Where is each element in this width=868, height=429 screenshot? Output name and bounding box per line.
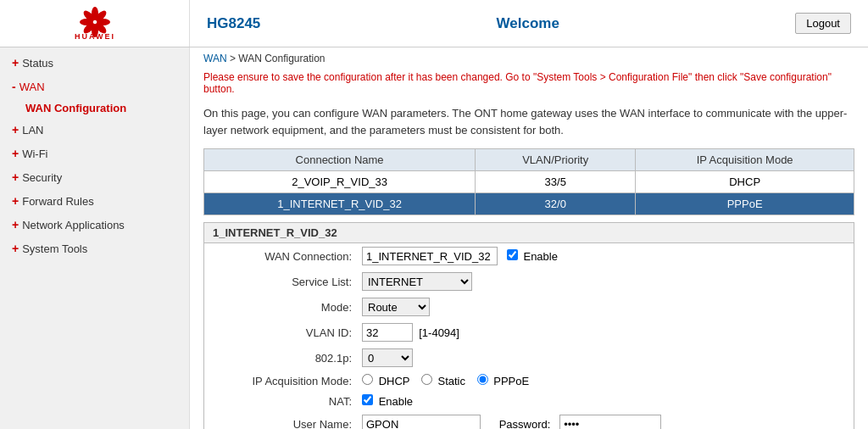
- dhcp-label: DHCP: [379, 375, 410, 387]
- dot1p-select[interactable]: 0: [362, 348, 413, 367]
- logout-button[interactable]: Logout: [795, 13, 851, 34]
- sidebar-item-label: WAN: [19, 81, 45, 93]
- vlan-id-row: VLAN ID: [1-4094]: [204, 320, 854, 345]
- sidebar-item-label: Security: [22, 171, 62, 184]
- logo-area: HUAWEI: [0, 0, 190, 47]
- static-radio[interactable]: [421, 374, 432, 385]
- vlan-id-value-cell: [1-4094]: [357, 320, 854, 345]
- collapse-icon: -: [12, 80, 16, 93]
- dhcp-radio[interactable]: [362, 374, 373, 385]
- dhcp-radio-label[interactable]: DHCP: [362, 375, 413, 387]
- config-box: 1_INTERNET_R_VID_32 WAN Connection: Enab…: [203, 222, 854, 429]
- content-area: WAN > WAN Configuration Please ensure to…: [190, 47, 868, 429]
- wan-row-voip-name: 2_VOIP_R_VID_33: [204, 171, 476, 193]
- service-list-label: Service List:: [204, 269, 357, 294]
- wan-connection-label: WAN Connection:: [204, 243, 357, 269]
- breadcrumb-wan[interactable]: WAN: [203, 53, 227, 64]
- main-layout: + Status - WAN WAN Configuration + LAN +…: [0, 47, 868, 429]
- pppoe-radio-label[interactable]: PPPoE: [477, 375, 530, 387]
- nat-enable-checkbox[interactable]: [362, 394, 373, 405]
- mode-value-cell: Route: [357, 294, 854, 320]
- dot1p-row: 802.1p: 0: [204, 345, 854, 370]
- sidebar-item-forward-rules[interactable]: + Forward Rules: [0, 189, 189, 213]
- expand-icon: +: [12, 56, 19, 70]
- wan-row-voip-mode: DHCP: [636, 171, 854, 193]
- enable-label: Enable: [523, 250, 557, 263]
- username-label: User Name:: [204, 411, 357, 429]
- col-connection-name: Connection Name: [204, 149, 476, 171]
- mode-select[interactable]: Route: [362, 298, 430, 316]
- wan-row-voip[interactable]: 2_VOIP_R_VID_33 33/5 DHCP: [204, 171, 854, 193]
- sidebar-item-label: System Tools: [22, 242, 87, 255]
- svg-text:HUAWEI: HUAWEI: [75, 32, 115, 41]
- sidebar-item-network-applications[interactable]: + Network Applications: [0, 213, 189, 237]
- wan-row-internet-mode: PPPoE: [636, 193, 854, 215]
- huawei-logo: HUAWEI: [72, 7, 118, 41]
- page-description: On this page, you can configure WAN para…: [190, 100, 868, 148]
- sidebar-item-label: Wi-Fi: [22, 148, 47, 160]
- enable-checkbox[interactable]: [507, 249, 518, 260]
- vlan-id-input[interactable]: [362, 323, 413, 342]
- ip-acq-label: IP Acquisition Mode:: [204, 370, 357, 391]
- config-form-table: WAN Connection: Enable Service List: INT…: [204, 243, 854, 429]
- sidebar-item-status[interactable]: + Status: [0, 51, 189, 75]
- sidebar-item-security[interactable]: + Security: [0, 165, 189, 189]
- service-list-select[interactable]: INTERNET: [362, 272, 472, 291]
- header-welcome: Welcome: [497, 15, 559, 32]
- sidebar-item-lan[interactable]: + LAN: [0, 118, 189, 142]
- username-value-cell: Password:: [357, 411, 854, 429]
- nat-value-cell: Enable: [357, 391, 854, 411]
- dot1p-label: 802.1p:: [204, 345, 357, 370]
- col-ip-acq-mode: IP Acquisition Mode: [636, 149, 854, 171]
- static-radio-label[interactable]: Static: [421, 375, 469, 387]
- expand-icon: +: [12, 123, 19, 136]
- col-vlan-priority: VLAN/Priority: [476, 149, 636, 171]
- sidebar: + Status - WAN WAN Configuration + LAN +…: [0, 47, 190, 429]
- nat-label: NAT:: [204, 391, 357, 411]
- huawei-flower-icon: HUAWEI: [72, 7, 118, 41]
- ip-acq-row: IP Acquisition Mode: DHCP Static PPPo: [204, 370, 854, 391]
- vlan-id-range: [1-4094]: [419, 326, 459, 339]
- expand-icon: +: [12, 170, 19, 184]
- password-input[interactable]: [559, 415, 661, 429]
- wan-row-internet-vlan: 32/0: [476, 193, 636, 215]
- sidebar-item-wifi[interactable]: + Wi-Fi: [0, 142, 189, 165]
- sidebar-item-label: Network Applications: [22, 219, 125, 231]
- sidebar-item-label: LAN: [22, 124, 43, 136]
- sidebar-item-label: Status: [22, 57, 53, 70]
- wan-connections-table: Connection Name VLAN/Priority IP Acquisi…: [203, 148, 854, 215]
- password-label: Password:: [499, 418, 551, 430]
- sidebar-item-label: Forward Rules: [22, 195, 94, 208]
- breadcrumb-wan-config: WAN Configuration: [238, 53, 325, 64]
- service-list-value-cell: INTERNET: [357, 269, 854, 294]
- sidebar-item-wan[interactable]: - WAN: [0, 75, 189, 98]
- warning-message: Please ensure to save the configuration …: [190, 70, 868, 100]
- static-label: Static: [437, 375, 465, 387]
- wan-row-internet[interactable]: 1_INTERNET_R_VID_32 32/0 PPPoE: [204, 193, 854, 215]
- username-row: User Name: Password:: [204, 411, 854, 429]
- nat-enable-label: Enable: [379, 395, 413, 408]
- pppoe-label: PPPoE: [493, 375, 529, 387]
- wan-row-voip-vlan: 33/5: [476, 171, 636, 193]
- expand-icon: +: [12, 194, 19, 208]
- mode-label: Mode:: [204, 294, 357, 320]
- wan-connection-input[interactable]: [362, 247, 498, 265]
- ip-acq-options-cell: DHCP Static PPPoE: [357, 370, 854, 391]
- pppoe-radio[interactable]: [477, 374, 488, 385]
- vlan-id-label: VLAN ID:: [204, 320, 357, 345]
- sidebar-item-wan-configuration[interactable]: WAN Configuration: [0, 98, 189, 118]
- wan-row-internet-name: 1_INTERNET_R_VID_32: [204, 193, 476, 215]
- nat-row: NAT: Enable: [204, 391, 854, 411]
- mode-row: Mode: Route: [204, 294, 854, 320]
- breadcrumb: WAN > WAN Configuration: [190, 47, 868, 70]
- dot1p-value-cell: 0: [357, 345, 854, 370]
- header-model: HG8245: [207, 15, 260, 32]
- sidebar-item-system-tools[interactable]: + System Tools: [0, 237, 189, 260]
- username-input[interactable]: [362, 415, 481, 429]
- service-list-row: Service List: INTERNET: [204, 269, 854, 294]
- wan-connection-row: WAN Connection: Enable: [204, 243, 854, 269]
- expand-icon: +: [12, 147, 19, 160]
- header: HUAWEI HG8245 Welcome Logout: [0, 0, 868, 47]
- wan-connection-value-cell: Enable: [357, 243, 854, 269]
- config-box-title: 1_INTERNET_R_VID_32: [204, 223, 854, 243]
